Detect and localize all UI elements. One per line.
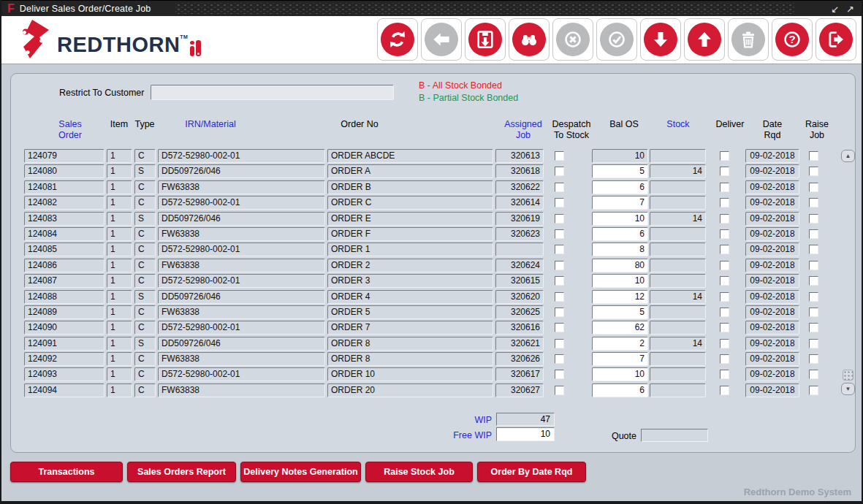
deliver-checkbox[interactable] [720, 339, 729, 348]
bal-os-cell[interactable]: 6 [592, 227, 648, 241]
raise-job-checkbox[interactable] [809, 308, 818, 317]
raise-job-checkbox[interactable] [809, 229, 818, 239]
deliver-checkbox[interactable] [720, 151, 729, 161]
exit-toolbar-button[interactable] [816, 18, 856, 61]
bal-os-cell[interactable]: 5 [592, 164, 648, 178]
sales-orders-report-button[interactable]: Sales Orders Report [127, 462, 236, 482]
column-header-order-no: Order No [326, 119, 393, 130]
order-no-cell: ORDER C [327, 196, 493, 210]
bal-os-cell[interactable]: 10 [592, 274, 648, 288]
raise-job-checkbox[interactable] [809, 245, 818, 254]
deliver-checkbox[interactable] [720, 354, 729, 364]
raise-job-checkbox[interactable] [809, 183, 818, 192]
despatch-to-stock-checkbox[interactable] [555, 229, 564, 239]
sales-order-cell: 124092 [24, 352, 104, 366]
cancel-toolbar-button [552, 18, 593, 61]
bal-os-cell[interactable]: 10 [592, 212, 648, 226]
despatch-to-stock-checkbox[interactable] [555, 276, 564, 286]
main-panel: Restrict To Customer B - All Stock Bonde… [10, 73, 856, 453]
find-toolbar-button[interactable] [509, 18, 550, 61]
deliver-checkbox[interactable] [720, 292, 729, 302]
assigned-job-cell: 320625 [495, 305, 544, 319]
raise-job-checkbox[interactable] [809, 386, 818, 395]
despatch-to-stock-checkbox[interactable] [555, 386, 564, 395]
raise-job-checkbox[interactable] [809, 261, 818, 270]
deliver-checkbox[interactable] [720, 323, 729, 332]
deliver-checkbox[interactable] [720, 214, 729, 224]
despatch-to-stock-checkbox[interactable] [555, 261, 564, 270]
raise-job-checkbox[interactable] [809, 276, 818, 286]
despatch-to-stock-checkbox[interactable] [555, 198, 564, 207]
raise-job-checkbox[interactable] [809, 292, 818, 302]
scroll-down-button[interactable]: ▼ [841, 383, 855, 395]
deliver-checkbox[interactable] [720, 183, 729, 192]
stock-cell: 14 [650, 212, 706, 226]
despatch-to-stock-checkbox[interactable] [555, 354, 564, 364]
deliver-checkbox[interactable] [720, 261, 729, 270]
bal-os-cell[interactable]: 6 [592, 383, 648, 397]
move-down-toolbar-button[interactable] [640, 18, 681, 61]
bal-os-cell[interactable]: 80 [592, 259, 648, 272]
exit-icon [819, 23, 853, 56]
bal-os-cell[interactable]: 6 [592, 180, 648, 194]
scroll-resize-grip[interactable] [843, 370, 854, 381]
raise-job-checkbox[interactable] [809, 370, 818, 379]
bal-os-cell[interactable]: 7 [592, 352, 648, 366]
despatch-to-stock-checkbox[interactable] [555, 151, 564, 161]
deliver-checkbox[interactable] [720, 229, 729, 239]
bal-os-cell[interactable]: 8 [592, 243, 648, 256]
scroll-up-button[interactable]: ▲ [841, 150, 855, 162]
restore-icon[interactable]: ↙ [831, 4, 839, 15]
delivery-notes-generation-button[interactable]: Delivery Notes Generation [240, 462, 361, 482]
help-toolbar-button[interactable]: ? [772, 18, 813, 61]
bal-os-cell[interactable]: 5 [592, 305, 648, 319]
quote-input[interactable] [641, 429, 708, 442]
deliver-checkbox[interactable] [720, 276, 729, 286]
order-no-cell: ORDER 8 [327, 337, 493, 351]
stock-cell: 14 [650, 164, 706, 178]
raise-job-checkbox[interactable] [809, 198, 818, 207]
bal-os-cell[interactable]: 7 [592, 196, 648, 210]
assigned-job-cell: 320618 [495, 164, 544, 178]
raise-job-checkbox[interactable] [809, 151, 818, 161]
item-cell: 1 [107, 305, 132, 319]
maximize-icon[interactable]: ↗ [846, 4, 854, 15]
bal-os-cell[interactable]: 12 [592, 290, 648, 304]
refresh-toolbar-button[interactable] [377, 18, 418, 61]
raise-stock-job-button[interactable]: Raise Stock Job [365, 462, 473, 482]
despatch-to-stock-checkbox[interactable] [555, 308, 564, 317]
deliver-checkbox[interactable] [720, 245, 729, 254]
move-up-toolbar-button[interactable] [684, 18, 725, 61]
despatch-to-stock-checkbox[interactable] [555, 183, 564, 192]
irn-material-cell: FW63838 [158, 259, 325, 272]
raise-job-checkbox[interactable] [809, 339, 818, 348]
despatch-to-stock-checkbox[interactable] [555, 339, 564, 348]
bal-os-cell[interactable]: 2 [592, 337, 648, 351]
deliver-checkbox[interactable] [720, 308, 729, 317]
order-no-cell: ORDER 8 [327, 352, 493, 366]
demo-system-label: Redthorn Demo System [744, 486, 851, 497]
bal-os-cell[interactable]: 10 [592, 367, 648, 381]
despatch-to-stock-checkbox[interactable] [555, 292, 564, 302]
raise-job-checkbox[interactable] [809, 323, 818, 332]
despatch-to-stock-checkbox[interactable] [555, 167, 564, 176]
deliver-checkbox[interactable] [720, 167, 729, 176]
raise-job-checkbox[interactable] [809, 214, 818, 224]
despatch-to-stock-checkbox[interactable] [555, 323, 564, 332]
raise-job-checkbox[interactable] [809, 167, 818, 176]
transactions-button[interactable]: Transactions [10, 462, 123, 482]
deliver-checkbox[interactable] [720, 386, 729, 395]
deliver-checkbox[interactable] [720, 370, 729, 379]
table-row: 1240891CFW63838ORDER 5320625509-02-2018 [11, 305, 856, 319]
raise-job-checkbox[interactable] [809, 354, 818, 364]
order-by-date-rqd-button[interactable]: Order By Date Rqd [477, 462, 586, 482]
deliver-checkbox[interactable] [720, 198, 729, 207]
despatch-to-stock-checkbox[interactable] [555, 245, 564, 254]
irn-material-cell: FW63838 [158, 305, 325, 319]
despatch-to-stock-checkbox[interactable] [555, 370, 564, 379]
bal-os-cell[interactable]: 62 [592, 321, 648, 335]
table-row: 1240911SDD509726/046ORDER 832062121409-0… [11, 337, 856, 351]
restrict-to-customer-input[interactable] [151, 85, 394, 100]
save-toolbar-button[interactable] [465, 18, 506, 61]
despatch-to-stock-checkbox[interactable] [555, 214, 564, 224]
